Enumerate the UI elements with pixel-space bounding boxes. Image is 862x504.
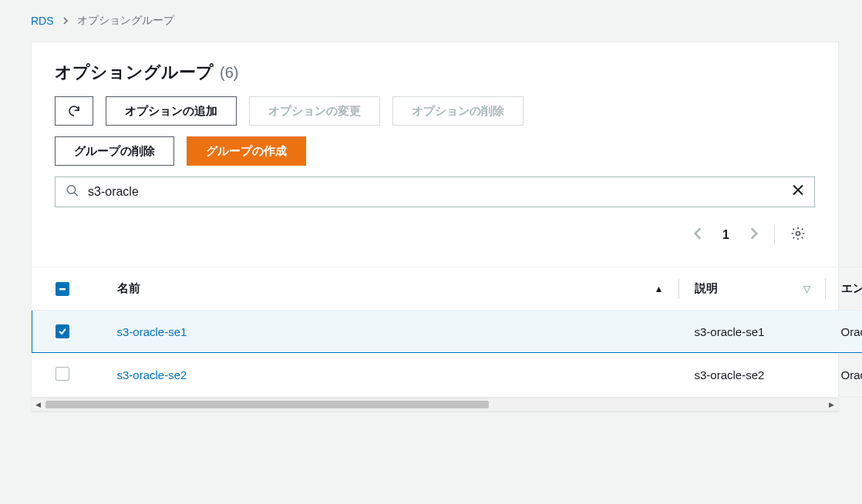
scrollbar-thumb[interactable] <box>45 401 489 408</box>
divider <box>774 225 775 245</box>
table-row[interactable]: s3-oracle-se2s3-oracle-se2Oracle Standar <box>32 353 863 398</box>
page-number: 1 <box>718 228 734 242</box>
column-name-label: 名前 <box>117 281 140 296</box>
breadcrumb-root-link[interactable]: RDS <box>31 15 54 27</box>
search-input[interactable] <box>55 176 815 207</box>
sort-icon: ▽ <box>803 284 810 294</box>
add-option-button[interactable]: オプションの追加 <box>106 96 237 126</box>
refresh-icon <box>67 104 81 118</box>
pagination: 1 <box>55 217 815 256</box>
search-row <box>55 176 815 207</box>
chevron-right-icon <box>749 227 759 240</box>
column-engine-label: エンジン <box>841 281 863 296</box>
search-icon <box>66 184 79 200</box>
row-checkbox[interactable] <box>56 367 69 381</box>
table-row[interactable]: s3-oracle-se1s3-oracle-se1Oracle Standar <box>32 311 863 353</box>
scroll-right-icon: ▶ <box>825 398 838 412</box>
svg-point-0 <box>67 186 76 194</box>
row-checkbox[interactable] <box>56 324 69 338</box>
table-container: 名前 ▲ 説明 ▽ エンジン <box>32 267 862 398</box>
column-description-label: 説明 <box>695 281 718 296</box>
svg-rect-5 <box>59 288 66 291</box>
option-groups-table: 名前 ▲ 説明 ▽ エンジン <box>32 267 862 398</box>
column-header-name[interactable]: 名前 ▲ <box>102 267 679 311</box>
prev-page-button[interactable] <box>687 222 709 247</box>
page-title: オプショングループ <box>55 61 214 84</box>
settings-button[interactable] <box>784 221 812 248</box>
clear-search-icon[interactable] <box>792 184 804 200</box>
row-name-link[interactable]: s3-oracle-se2 <box>117 368 187 381</box>
chevron-right-icon <box>62 15 69 27</box>
next-page-button[interactable] <box>743 222 765 247</box>
modify-option-button[interactable]: オプションの変更 <box>249 96 380 126</box>
column-header-engine[interactable]: エンジン <box>826 267 863 311</box>
option-groups-panel: オプショングループ (6) オプションの追加 オプションの変更 オプションの削除… <box>31 42 839 412</box>
chevron-left-icon <box>693 227 702 240</box>
scroll-left-icon: ◀ <box>32 398 45 412</box>
row-name-link[interactable]: s3-oracle-se1 <box>117 325 187 338</box>
toolbar-row2: グループの削除 グループの作成 <box>55 136 815 166</box>
row-engine: Oracle Standar <box>826 353 863 398</box>
create-group-button[interactable]: グループの作成 <box>187 136 306 166</box>
header-checkbox-cell <box>32 267 79 311</box>
delete-group-button[interactable]: グループの削除 <box>55 136 174 166</box>
row-description: s3-oracle-se2 <box>679 353 826 398</box>
breadcrumb-current: オプショングループ <box>77 14 174 28</box>
horizontal-scrollbar[interactable]: ◀ ▶ <box>32 398 838 411</box>
gear-icon <box>790 226 806 241</box>
breadcrumb: RDS オプショングループ <box>0 0 862 34</box>
row-description: s3-oracle-se1 <box>679 311 826 353</box>
select-all-checkbox[interactable] <box>56 282 69 296</box>
svg-point-4 <box>796 232 800 236</box>
row-engine: Oracle Standar <box>826 311 863 353</box>
sort-asc-icon: ▲ <box>655 284 664 294</box>
column-header-description[interactable]: 説明 ▽ <box>679 267 826 311</box>
refresh-button[interactable] <box>55 96 93 126</box>
toolbar: オプションの追加 オプションの変更 オプションの削除 <box>55 96 815 126</box>
svg-line-1 <box>74 193 78 197</box>
item-count: (6) <box>220 64 238 82</box>
delete-option-button[interactable]: オプションの削除 <box>392 96 524 126</box>
